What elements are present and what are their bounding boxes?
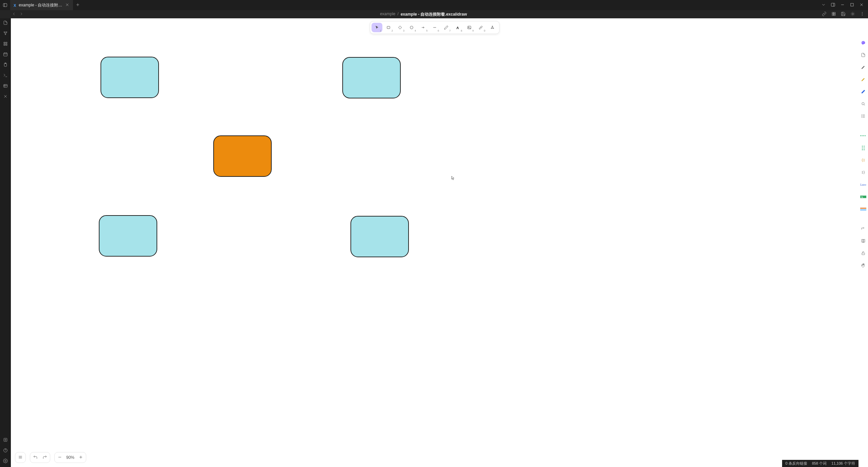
svg-text:mg: mg (861, 196, 863, 198)
breadcrumb-folder[interactable]: example (380, 12, 395, 17)
sun-icon[interactable] (850, 12, 855, 17)
calendar-icon[interactable] (3, 52, 8, 58)
tool-rectangle[interactable]: 2 (383, 23, 394, 32)
chevron-down-icon[interactable] (821, 2, 826, 8)
grid-icon[interactable] (3, 41, 8, 47)
svg-point-28 (4, 32, 4, 32)
redo-button[interactable] (42, 455, 48, 461)
bracket-left-icon[interactable] (860, 157, 867, 164)
lock-open-icon[interactable] (860, 250, 867, 257)
bracket-right-icon[interactable] (860, 169, 867, 176)
svg-rect-55 (387, 26, 390, 29)
svg-point-95 (862, 149, 863, 150)
sidebar-toggle-icon[interactable] (0, 0, 10, 10)
status-words[interactable]: 858 个词 (812, 461, 827, 466)
book-icon[interactable] (860, 238, 867, 244)
more-vertical-icon[interactable] (860, 12, 865, 17)
svg-line-22 (854, 15, 854, 15)
canvas-shape-orange[interactable] (213, 135, 272, 177)
svg-rect-15 (834, 14, 835, 15)
undo-button[interactable] (32, 455, 38, 461)
tools-icon[interactable] (3, 94, 8, 100)
svg-rect-89 (863, 135, 864, 136)
latex-button[interactable]: Latex (860, 181, 867, 188)
table-icon[interactable] (3, 83, 8, 89)
status-chars[interactable]: 11,106 个字符 (831, 461, 855, 466)
svg-rect-38 (4, 53, 7, 56)
help-icon[interactable] (3, 448, 8, 454)
panel-right-icon[interactable] (831, 2, 835, 8)
svg-point-57 (410, 26, 413, 29)
tab-close-icon[interactable] (65, 2, 70, 8)
status-bar: 0 条反向链接 858 个词 11,106 个字符 (782, 460, 858, 467)
breadcrumb[interactable]: example / example - 自动连接附着.excalidraw (25, 12, 822, 17)
clipboard-icon[interactable] (3, 62, 8, 68)
close-window-icon[interactable] (859, 2, 864, 8)
gear-icon[interactable] (3, 459, 8, 464)
list-icon[interactable] (860, 113, 867, 119)
svg-point-78 (864, 42, 864, 42)
script-icon[interactable] (860, 52, 867, 58)
tool-arrow[interactable]: 5 (418, 23, 429, 32)
color-bar-icon[interactable] (860, 206, 867, 212)
zoom-in-button[interactable] (78, 455, 84, 461)
tool-image[interactable]: 9 (464, 23, 475, 32)
tool-diamond[interactable]: 3 (395, 23, 405, 32)
svg-point-25 (862, 12, 863, 13)
new-note-icon[interactable] (3, 20, 8, 26)
maximize-icon[interactable] (850, 2, 854, 8)
tool-eraser[interactable]: 0 (475, 23, 486, 32)
hamburger-menu[interactable] (15, 452, 26, 463)
highlighter-icon[interactable] (860, 76, 867, 83)
canvas-shape-blue[interactable] (101, 57, 159, 98)
zoom-out-button[interactable] (57, 455, 63, 461)
editor-tab[interactable]: X example - 自动连接附… (10, 0, 73, 10)
search-zoom-icon[interactable] (860, 100, 867, 107)
tool-text[interactable]: A 8 (452, 23, 463, 32)
svg-point-77 (863, 42, 863, 42)
tool-line[interactable]: 6 (429, 23, 440, 32)
breadcrumb-separator: / (397, 12, 398, 17)
svg-line-67 (492, 27, 492, 28)
pen-blue-icon[interactable] (860, 88, 867, 95)
svg-point-65 (491, 28, 492, 29)
raw-view-icon[interactable] (831, 12, 836, 17)
terminal-icon[interactable] (3, 73, 8, 79)
tool-more[interactable] (487, 23, 498, 32)
elbow-arrow-icon[interactable] (860, 225, 867, 232)
breadcrumb-file[interactable]: example - 自动连接附着.excalidraw (401, 12, 467, 17)
link-icon[interactable] (822, 12, 827, 17)
canvas[interactable]: 1 2 3 4 5 6 7 (11, 18, 858, 467)
zoom-group: 90% (54, 452, 86, 463)
canvas-shape-blue[interactable] (350, 216, 409, 257)
status-backlinks[interactable]: 0 条反向链接 (785, 461, 807, 466)
svg-rect-0 (3, 3, 7, 6)
new-tab-button[interactable] (73, 2, 83, 8)
save-icon[interactable] (841, 12, 846, 17)
svg-line-32 (6, 32, 6, 34)
dots-green-icon[interactable] (860, 145, 867, 151)
svg-point-93 (862, 148, 863, 149)
nav-back-icon[interactable] (10, 12, 18, 17)
vault-icon[interactable] (3, 437, 8, 443)
pen-thick-icon[interactable] (860, 64, 867, 71)
excalidraw-file-icon: X (14, 3, 16, 7)
tool-ellipse[interactable]: 4 (406, 23, 417, 32)
zoom-value[interactable]: 90% (66, 455, 74, 460)
canvas-icon[interactable] (3, 31, 8, 37)
canvas-shape-blue[interactable] (99, 215, 157, 257)
nav-forward-icon[interactable] (18, 12, 25, 17)
tool-pencil[interactable]: 7 (441, 23, 452, 32)
undo-redo-group (30, 452, 50, 463)
mermaid-icon[interactable]: mg (860, 193, 867, 200)
hand-tool-icon[interactable] (860, 262, 867, 269)
tool-selection[interactable]: 1 (372, 23, 382, 32)
drawing-toolbar: 1 2 3 4 5 6 7 (370, 21, 500, 34)
minimize-icon[interactable] (840, 2, 845, 8)
canvas-shape-blue[interactable] (342, 57, 401, 98)
palette-icon[interactable] (860, 39, 867, 46)
svg-point-92 (864, 146, 865, 147)
snap-icon[interactable] (860, 132, 867, 139)
svg-rect-50 (4, 438, 7, 441)
svg-text:A: A (457, 26, 459, 30)
